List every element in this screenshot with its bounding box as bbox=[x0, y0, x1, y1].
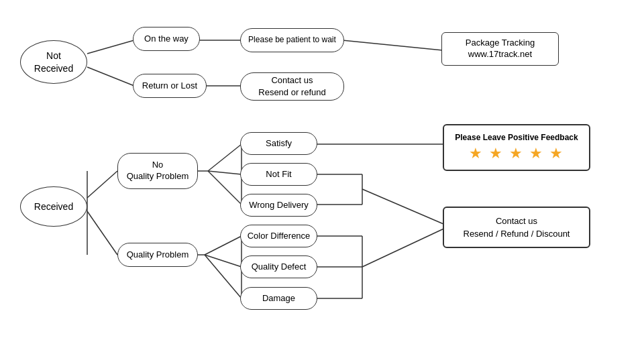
contact-resend-refund-discount-box: Contact us Resend / Refund / Discount bbox=[443, 207, 590, 248]
svg-line-6 bbox=[87, 211, 117, 255]
stars: ★ ★ ★ ★ ★ bbox=[469, 145, 564, 162]
wrong-delivery-label: Wrong Delivery bbox=[249, 200, 309, 211]
received-node: Received bbox=[20, 186, 87, 227]
quality-defect-label: Quality Defect bbox=[252, 262, 307, 273]
svg-line-5 bbox=[87, 171, 117, 198]
svg-line-3 bbox=[342, 40, 443, 50]
quality-problem-node: Quality Problem bbox=[117, 243, 198, 267]
contact-resend-refund-label: Contact us Resend or refund bbox=[258, 74, 325, 99]
not-received-label: Not Received bbox=[34, 50, 73, 74]
satisfy-node: Satisfy bbox=[240, 132, 317, 155]
not-received-node: Not Received bbox=[20, 40, 87, 84]
svg-line-22 bbox=[362, 227, 448, 267]
contact-resend-refund-node: Contact us Resend or refund bbox=[240, 72, 344, 101]
svg-line-17 bbox=[362, 189, 448, 226]
return-or-lost-label: Return or Lost bbox=[142, 80, 197, 92]
svg-line-1 bbox=[87, 67, 134, 86]
no-quality-problem-node: No Quality Problem bbox=[117, 153, 198, 189]
wrong-delivery-node: Wrong Delivery bbox=[240, 194, 317, 217]
package-tracking-node: Package Tracking www.17track.net bbox=[441, 32, 559, 66]
quality-problem-label: Quality Problem bbox=[127, 249, 189, 261]
patient-label: Please be patient to wait bbox=[248, 35, 336, 46]
feedback-text: Please Leave Positive Feedback bbox=[455, 133, 578, 142]
received-label: Received bbox=[34, 200, 73, 213]
damage-label: Damage bbox=[262, 293, 295, 304]
quality-defect-node: Quality Defect bbox=[240, 255, 317, 278]
svg-line-9 bbox=[208, 171, 241, 205]
svg-line-0 bbox=[87, 40, 134, 54]
return-or-lost-node: Return or Lost bbox=[133, 74, 207, 98]
damage-node: Damage bbox=[240, 287, 317, 310]
no-quality-problem-label: No Quality Problem bbox=[127, 160, 189, 182]
svg-line-10 bbox=[205, 236, 241, 255]
contact-resend-refund-discount-label: Contact us Resend / Refund / Discount bbox=[464, 215, 570, 241]
package-tracking-label: Package Tracking www.17track.net bbox=[466, 38, 535, 60]
color-difference-node: Color Difference bbox=[240, 225, 317, 247]
not-fit-node: Not Fit bbox=[240, 163, 317, 186]
on-the-way-node: On the way bbox=[133, 27, 200, 51]
not-fit-label: Not Fit bbox=[266, 169, 291, 180]
svg-line-7 bbox=[208, 144, 241, 171]
satisfy-label: Satisfy bbox=[266, 138, 292, 150]
feedback-box: Please Leave Positive Feedback ★ ★ ★ ★ ★ bbox=[443, 124, 590, 171]
patient-node: Please be patient to wait bbox=[240, 28, 344, 52]
svg-line-8 bbox=[208, 171, 241, 174]
color-difference-label: Color Difference bbox=[248, 231, 311, 242]
on-the-way-label: On the way bbox=[144, 34, 189, 45]
